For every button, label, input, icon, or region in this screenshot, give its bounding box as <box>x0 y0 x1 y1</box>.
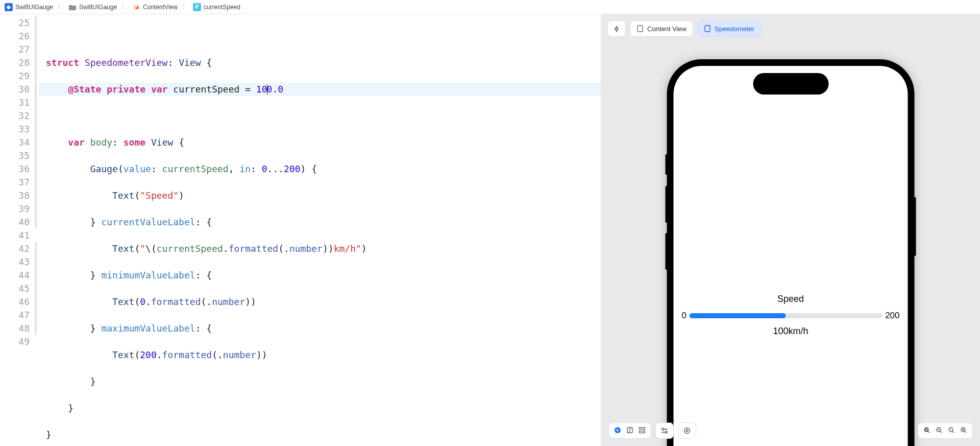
svg-rect-5 <box>643 427 645 429</box>
svg-rect-4 <box>640 427 642 429</box>
swift-icon <box>132 3 140 11</box>
pin-preview-button[interactable] <box>607 20 626 37</box>
device-icon <box>704 25 711 32</box>
gauge-fill <box>690 313 786 318</box>
svg-rect-7 <box>643 431 645 433</box>
variants-icon[interactable] <box>639 427 646 435</box>
play-icon[interactable] <box>614 427 621 435</box>
gear-circle-icon <box>683 427 691 434</box>
device-icon <box>636 25 644 32</box>
preview-chip-content-view[interactable]: Content View <box>630 20 693 37</box>
preview-toolbar: Content View Speedometer <box>607 20 761 37</box>
preview-controls-pill <box>608 422 651 439</box>
breadcrumb-separator: 〉 <box>57 3 64 12</box>
zoom-in-icon[interactable] <box>960 427 967 435</box>
svg-point-8 <box>662 428 664 430</box>
volume-down-button <box>666 233 668 270</box>
volume-up-button <box>666 186 668 223</box>
svg-rect-0 <box>638 26 643 32</box>
zoom-fit-icon[interactable]: 1 <box>948 427 955 435</box>
zoom-out-full-icon[interactable] <box>923 427 930 435</box>
svg-point-11 <box>686 430 688 432</box>
code-area[interactable]: struct SpeedometerView: View { @State pr… <box>39 14 601 446</box>
preview-settings-button[interactable] <box>678 422 696 439</box>
pin-icon <box>613 25 620 32</box>
breadcrumb-symbol[interactable]: P currentSpeed <box>191 2 242 12</box>
preview-chip-label: Speedometer <box>715 25 754 33</box>
breadcrumb-project-label: SwiftUIGauge <box>15 4 53 11</box>
svg-rect-6 <box>640 431 642 433</box>
project-icon: ◆ <box>5 3 13 11</box>
dynamic-island <box>753 73 828 95</box>
breadcrumb-file-label: ContentView <box>143 4 178 11</box>
line-gutter: 2526272829 3031323334 3536373839 4041424… <box>0 14 35 446</box>
device-settings-button[interactable] <box>655 422 674 439</box>
zoom-out-icon[interactable] <box>936 427 943 435</box>
breadcrumb: ◆ SwiftUIGauge 〉 SwiftUIGauge 〉 ContentV… <box>0 0 980 14</box>
zoom-controls-pill: 1 <box>918 422 973 439</box>
breadcrumb-separator: 〉 <box>121 3 128 12</box>
iphone-screen: Speed 0 200 100km/h <box>674 66 908 446</box>
breadcrumb-separator: 〉 <box>182 3 189 12</box>
gauge: Speed 0 200 100km/h <box>682 294 900 337</box>
preview-chip-label: Content View <box>647 25 687 33</box>
svg-rect-1 <box>705 26 710 32</box>
breadcrumb-symbol-label: currentSpeed <box>204 4 240 11</box>
preview-bottom-toolbar-left <box>608 422 696 439</box>
gauge-max-label: 200 <box>885 311 899 321</box>
breadcrumb-project[interactable]: ◆ SwiftUIGauge <box>3 2 55 12</box>
svg-point-9 <box>665 431 667 433</box>
breadcrumb-folder-label: SwiftUIGauge <box>79 4 117 11</box>
sliders-icon <box>660 427 669 434</box>
mute-switch <box>666 154 668 175</box>
gauge-track <box>690 313 882 318</box>
side-button <box>914 197 916 256</box>
folder-icon <box>68 3 77 11</box>
breadcrumb-file[interactable]: ContentView <box>131 2 179 12</box>
svg-point-10 <box>684 428 690 434</box>
gauge-min-label: 0 <box>682 311 687 321</box>
selectable-icon[interactable] <box>626 427 633 435</box>
svg-text:1: 1 <box>950 428 952 431</box>
preview-chip-speedometer[interactable]: Speedometer <box>697 20 761 37</box>
preview-canvas: Content View Speedometer Speed 0 <box>601 14 980 446</box>
fold-ribbon <box>35 14 39 446</box>
property-icon: P <box>193 3 201 11</box>
gauge-label: Speed <box>682 294 900 304</box>
source-editor[interactable]: 2526272829 3031323334 3536373839 4041424… <box>0 14 601 446</box>
preview-bottom-toolbar-right: 1 <box>918 422 973 439</box>
iphone-mockup: Speed 0 200 100km/h <box>667 59 915 446</box>
breadcrumb-folder[interactable]: SwiftUIGauge <box>67 2 118 12</box>
gauge-current-label: 100km/h <box>682 326 900 337</box>
